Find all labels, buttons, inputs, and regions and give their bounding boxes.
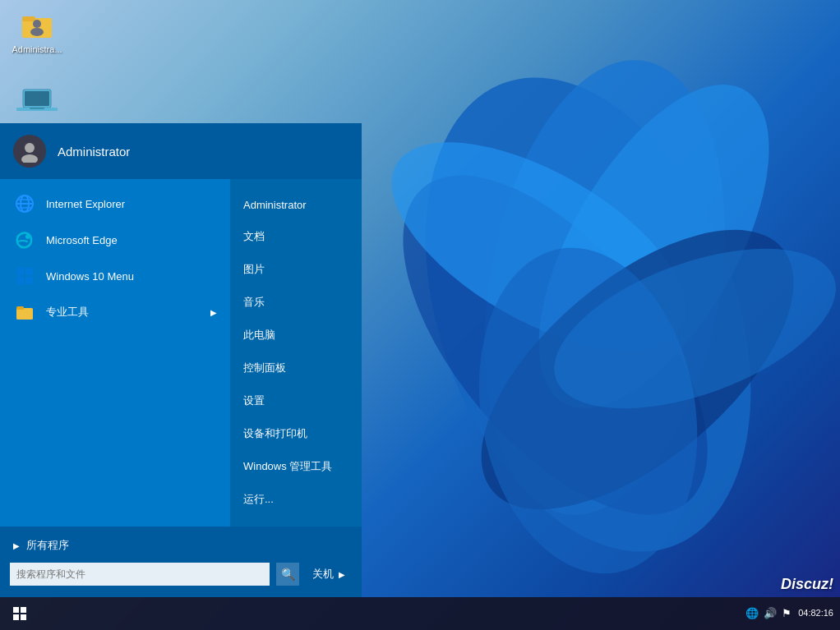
svg-point-16 [25,143,35,153]
menu-item-pro-tools[interactable]: 专业工具 ▶ [0,294,230,330]
start-menu-header: Administrator [0,123,362,179]
svg-rect-25 [25,268,33,275]
svg-point-23 [25,234,30,239]
edge-label: Microsoft Edge [46,234,118,246]
all-programs-arrow: ▶ [13,541,20,550]
user-name: Administrator [58,145,130,159]
right-link-pictures[interactable]: 图片 [230,254,362,285]
submenu-arrow: ▶ [210,308,217,317]
desktop: Administra... Administrator [0,0,840,630]
svg-rect-30 [13,607,19,613]
search-button[interactable]: 🔍 [276,563,299,586]
laptop-icon [16,86,58,119]
search-input[interactable] [10,563,270,586]
taskbar-tray: 🌐 🔊 ⚑ 04:82:16 [745,607,833,619]
shutdown-arrow: ▶ [339,570,345,579]
user-avatar [13,135,46,168]
administrator-folder-icon [21,8,53,41]
right-link-settings[interactable]: 设置 [230,385,362,416]
svg-rect-13 [25,91,49,106]
menu-item-edge[interactable]: Microsoft Edge [0,222,230,258]
w10-menu-label: Windows 10 Menu [46,270,134,283]
all-programs-label: 所有程序 [26,538,69,553]
flag-icon[interactable]: ⚑ [782,607,792,619]
svg-point-11 [30,28,44,36]
start-button[interactable] [7,600,33,627]
right-link-this-pc[interactable]: 此电脑 [230,320,362,351]
discuz-watermark: Discuz! [781,576,833,593]
taskbar: 🌐 🔊 ⚑ 04:82:16 [0,597,840,630]
ie-label: Internet Explorer [46,198,125,210]
svg-point-17 [21,154,38,163]
right-link-administrator[interactable]: Administrator [230,191,362,219]
right-link-music[interactable]: 音乐 [230,287,362,318]
svg-rect-26 [16,277,24,284]
menu-item-windows10-menu[interactable]: Windows 10 Menu [0,258,230,294]
right-link-devices[interactable]: 设备和打印机 [230,418,362,449]
menu-bottom: ▶ 所有程序 🔍 关机 ▶ [0,527,362,597]
svg-rect-29 [16,306,24,310]
all-programs-button[interactable]: ▶ 所有程序 [0,533,362,558]
right-link-control-panel[interactable]: 控制面板 [230,352,362,384]
svg-rect-27 [25,277,33,284]
pro-tools-label: 专业工具 [46,305,89,320]
menu-app-list: Internet Explorer Microsoft Edge [0,179,230,527]
svg-rect-32 [13,614,19,620]
right-link-documents[interactable]: 文档 [230,221,362,252]
desktop-icon-label: Administra... [12,44,62,54]
shutdown-button[interactable]: 关机 ▶ [306,563,352,585]
right-link-run[interactable]: 运行... [230,484,362,515]
svg-rect-15 [30,108,44,109]
menu-body: Internet Explorer Microsoft Edge [0,179,362,527]
folder-pro-tools-icon [13,301,36,324]
svg-rect-24 [16,268,24,275]
time-value: 04:82:16 [798,607,833,619]
network-icon[interactable]: 🌐 [745,607,759,619]
svg-rect-33 [21,614,26,620]
desktop-icon-administrator[interactable]: Administra... [8,8,66,54]
tray-icons: 🌐 🔊 ⚑ [745,607,792,619]
menu-item-internet-explorer[interactable]: Internet Explorer [0,186,230,222]
windows-logo-icon [12,606,27,621]
svg-rect-31 [21,607,26,613]
volume-icon[interactable]: 🔊 [764,607,777,619]
internet-explorer-icon [13,192,36,215]
shutdown-label: 关机 [312,567,334,582]
svg-rect-28 [16,308,33,320]
menu-right-links: Administrator 文档 图片 音乐 此电脑 控制面板 设置 设备和打印… [230,179,362,527]
search-bar-row: 🔍 关机 ▶ [0,558,362,591]
edge-icon [13,228,36,251]
start-menu: Administrator Inte [0,123,362,597]
background-decoration [336,0,840,630]
desktop-laptop-icon[interactable] [16,86,58,122]
clock-display[interactable]: 04:82:16 [798,607,833,619]
right-link-admin-tools[interactable]: Windows 管理工具 [230,451,362,482]
svg-rect-9 [22,16,35,21]
svg-point-10 [33,20,41,28]
windows10-menu-icon [13,264,36,287]
